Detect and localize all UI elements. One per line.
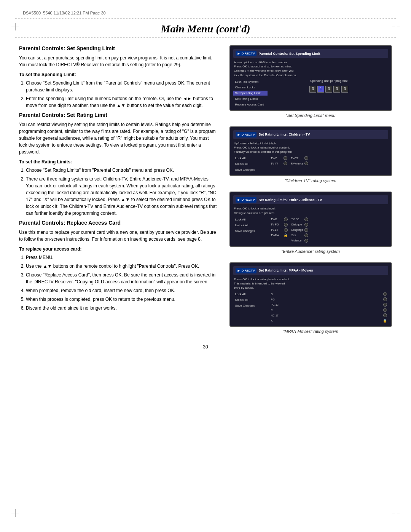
entire-dialogue-circle — [304, 223, 308, 227]
directv-text-3: DIRECTV — [241, 198, 255, 201]
entire-col2-tvpg: TV-PG — [290, 217, 309, 222]
children-rating-col2: TV-Y7 F.Violence — [290, 156, 309, 172]
rating-limit-heading: Parental Controls: Set Rating Limit — [19, 112, 218, 118]
mpaa-screen-info: Press OK to lock a rating level or conte… — [233, 277, 389, 290]
mpaa-screen-content: G PG PG-13 — [270, 292, 389, 323]
menu-rating-limits: Set Rating Limits — [233, 96, 268, 101]
digit-0: 0 — [309, 86, 316, 93]
directv-logo-4: ► DIRECTV — [236, 268, 256, 273]
children-tv-screen-container: ► DIRECTV Set Rating Limits: Children - … — [229, 126, 392, 186]
entire-tv14-label: TV-14 — [271, 228, 282, 231]
access-step-4: When prompted, remove the old card, inse… — [26, 287, 218, 294]
access-card-subsection: To replace your access card: — [19, 246, 218, 252]
rating-tvy7b-label: TV-Y7 — [291, 157, 303, 160]
entire-screen-content: TV-G TV-PG TV-14 — [270, 217, 389, 243]
spending-limit-heading: Parental Controls: Set Spending Limit — [19, 45, 218, 51]
content-area: Parental Controls: Set Spending Limit Yo… — [0, 45, 411, 337]
header-meta: DSX5500_5540 11/13/02 12:21 PM Page 30 — [0, 8, 411, 18]
directv-text: DIRECTV — [241, 52, 255, 55]
entire-sex-circle — [304, 233, 308, 237]
access-step-2: Use the ▲▼ buttons on the remote control… — [26, 263, 218, 270]
entire-unlock-all: Unlock All — [233, 223, 268, 228]
children-tv-screen: ► DIRECTV Set Rating Limits: Children - … — [229, 126, 392, 176]
entire-tv14-circle — [284, 228, 288, 232]
mpaa-nc17-circle — [383, 313, 387, 317]
children-save-changes: Save Changes — [233, 167, 268, 172]
entire-tvg-circle — [284, 217, 288, 221]
mpaa-x-label: X — [271, 320, 282, 322]
mpaa-r: R — [270, 308, 389, 312]
rating-limit-steps: Choose "Set Rating Limits" from "Parenta… — [19, 167, 218, 217]
entire-language: Language — [290, 228, 309, 232]
children-screen-content: TV-Y TV-Y7 — [270, 156, 389, 172]
entire-rating-col2: TV-PG Dialogue Language — [290, 217, 309, 243]
entire-lock-all: Lock All — [233, 217, 268, 222]
entire-screen-title: Set Rating Limits: Entire Audience - TV — [259, 198, 322, 202]
mpaa-screen: ► DIRECTV Set Rating Limits: MPAA - Movi… — [229, 262, 392, 327]
rating-tvy7-label: TV-Y7 — [271, 162, 282, 165]
rating-step-2: There are three rating systems to set: C… — [26, 176, 218, 217]
access-card-steps: Press MENU. Use the ▲▼ buttons on the re… — [19, 254, 218, 312]
spending-screen-info: Arrow up/down or #0-9 to enter number Pr… — [233, 60, 389, 77]
spending-content-label: Spending limit per program: — [270, 79, 389, 83]
spending-step-2: Enter the spending limit using the numer… — [26, 95, 218, 109]
children-caption: "Children-TV" rating system — [229, 178, 392, 183]
entire-sex: Sex — [290, 233, 309, 238]
entire-sex-label: Sex — [292, 234, 303, 236]
digit-row: 0 1 0 0 0 — [270, 86, 389, 93]
directv-logo-2: ► DIRECTV — [236, 132, 256, 137]
mpaa-r-circle — [383, 308, 387, 312]
mpaa-screen-menu: Lock All Unlock All Save Changes — [233, 292, 268, 323]
corner-crosshair-br — [392, 509, 400, 517]
access-step-5: When this process is completed, press OK… — [26, 296, 218, 303]
mpaa-screen-body: Lock All Unlock All Save Changes G — [233, 292, 389, 323]
menu-access-card: Replace Access Card — [233, 102, 268, 107]
entire-screen-info: Press OK to lock a rating level. Dialogu… — [233, 206, 389, 215]
entire-tvma-label: TV-MA — [271, 234, 282, 236]
mpaa-screen-container: ► DIRECTV Set Rating Limits: MPAA - Movi… — [229, 262, 392, 337]
mpaa-pg13-circle — [383, 303, 387, 307]
children-rating-fv: F.Violence — [290, 161, 309, 166]
menu-channel-locks: Channel Locks — [233, 85, 268, 90]
spending-screen-body: Lock The System Channel Locks Set Spendi… — [233, 79, 389, 107]
entire-col2-tvpg-circle — [304, 217, 308, 221]
mpaa-pg-label: PG — [271, 298, 282, 301]
mpaa-x-lock: 🔒 — [383, 319, 387, 323]
entire-violence-label: Violence — [292, 239, 303, 242]
mpaa-pg13-label: PG-13 — [271, 304, 282, 306]
entire-tvma-lock: 🔒 — [284, 233, 288, 237]
entire-dialogue-label: Dialogue — [292, 223, 303, 226]
mpaa-rating-col: G PG PG-13 — [270, 292, 389, 323]
entire-violence: Violence — [290, 238, 309, 243]
spending-step-1: Choose "Set Spending Limit" from the "Pa… — [26, 80, 218, 93]
page-title: Main Menu (cont'd) — [15, 23, 396, 35]
entire-col2-tvpg-label: TV-PG — [292, 218, 303, 220]
digit-2: 0 — [325, 86, 332, 93]
rating-limit-body: You can restrict viewing by setting the … — [19, 121, 218, 155]
directv-arrow: ► — [237, 51, 241, 56]
children-screen-info: Up/down or left/right to highlight. Pres… — [233, 141, 389, 154]
mpaa-g-circle — [383, 292, 387, 296]
children-rating-tvy: TV-Y — [270, 156, 288, 160]
entire-audience-screen: ► DIRECTV Set Rating Limits: Entire Audi… — [229, 192, 392, 246]
digit-4: 0 — [341, 86, 348, 93]
entire-language-circle — [304, 228, 308, 232]
rating-fv-circle — [304, 161, 308, 165]
screen-header-entire: ► DIRECTV Set Rating Limits: Entire Audi… — [233, 195, 389, 204]
entire-rating-grid: TV-G TV-PG TV-14 — [270, 217, 389, 243]
section-spending-limit: Parental Controls: Set Spending Limit Yo… — [19, 45, 218, 109]
mpaa-caption: "MPAA-Movies" rating system — [229, 329, 392, 334]
corner-crosshair-tl — [11, 23, 19, 30]
mpaa-pg13: PG-13 — [270, 302, 389, 307]
entire-caption: "Entire Audience" rating system — [229, 249, 392, 254]
entire-rating-col1: TV-G TV-PG TV-14 — [270, 217, 289, 243]
directv-logo-3: ► DIRECTV — [236, 197, 256, 203]
access-step-6: Discard the old card since it no longer … — [26, 305, 218, 312]
entire-tvpg-circle — [284, 223, 288, 227]
directv-arrow-2: ► — [237, 133, 241, 137]
spending-screen-menu: Lock The System Channel Locks Set Spendi… — [233, 79, 268, 107]
rating-step-1: Choose "Set Rating Limits" from "Parenta… — [26, 167, 218, 174]
corner-crosshair-tr — [392, 23, 400, 30]
page-title-section: Main Menu (cont'd) — [15, 18, 396, 38]
digit-1: 1 — [317, 86, 324, 93]
